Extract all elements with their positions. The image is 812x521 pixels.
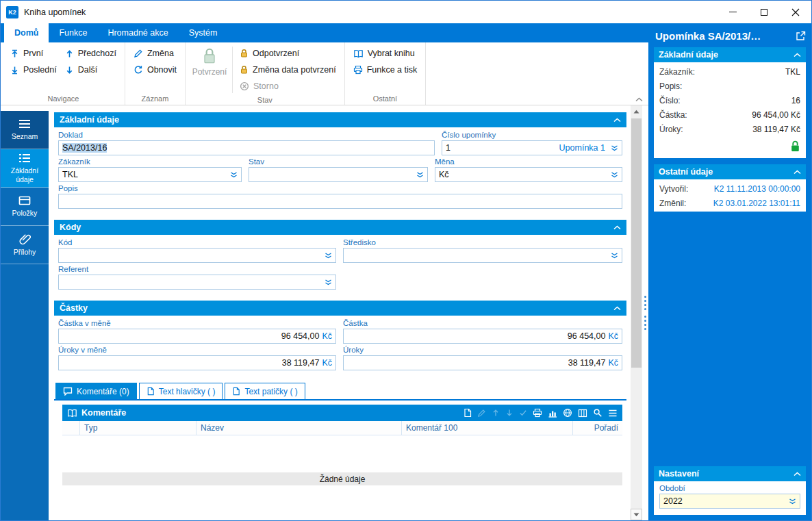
ribbon: První Poslední Předchozí <box>1 42 648 105</box>
ribbon-tab-strip: Domů Funkce Hromadné akce Systém <box>1 23 648 42</box>
column-header-blank[interactable] <box>62 421 80 435</box>
search-settings-icon[interactable] <box>593 408 602 418</box>
previous-record-button[interactable]: Předchozí <box>61 45 120 62</box>
refresh-button[interactable]: Obnovit <box>129 62 181 78</box>
confirm-check-icon[interactable] <box>519 409 527 417</box>
chart-icon[interactable] <box>548 409 557 418</box>
maximize-button[interactable] <box>748 1 780 23</box>
collapse-section-button[interactable] <box>613 225 621 230</box>
uroky-v-mene-input[interactable]: 38 119,47 Kč <box>58 355 336 370</box>
vertical-scrollbar[interactable] <box>631 105 642 520</box>
tab-komentare[interactable]: Komentáře (0) <box>55 383 137 399</box>
dropdown-chevrons-icon[interactable] <box>608 253 618 259</box>
field-label: Referent <box>58 265 336 273</box>
kod-input[interactable] <box>58 248 336 263</box>
button-label: Předchozí <box>78 49 116 58</box>
open-in-window-button[interactable] <box>796 31 806 41</box>
scrollbar-thumb[interactable] <box>631 118 642 368</box>
column-header-typ[interactable]: Typ <box>80 421 196 435</box>
last-record-button[interactable]: Poslední <box>6 62 61 78</box>
stredisko-input[interactable] <box>343 248 622 263</box>
dropdown-chevrons-icon[interactable] <box>414 172 424 178</box>
new-record-icon[interactable] <box>464 408 472 418</box>
print-icon[interactable] <box>533 408 542 418</box>
ribbon-group-zaznam: Změna Obnovit Záznam <box>125 42 186 105</box>
sidebar-item-prilohy[interactable]: Přílohy <box>1 226 49 264</box>
section-zakladni-udaje: Základní údaje Doklad SA/2013/16 <box>54 112 626 215</box>
sidebar-item-polozky[interactable]: Položky <box>1 188 49 226</box>
cislo-upominky-input[interactable]: 1 Upomínka 1 <box>442 140 622 155</box>
doklad-value: SA/2013/16 <box>62 143 107 153</box>
mena-input[interactable]: Kč <box>435 167 622 182</box>
castka-v-mene-input[interactable]: 96 454,00 Kč <box>58 329 336 344</box>
tab-text-paticky[interactable]: Text patičky ( ) <box>225 383 305 399</box>
functions-print-button[interactable]: Funkce a tisk <box>349 62 422 78</box>
ribbon-tab-domu[interactable]: Domů <box>4 23 49 42</box>
column-header-nazev[interactable]: Název <box>196 421 402 435</box>
collapse-card-button[interactable] <box>794 53 801 58</box>
section-castky: Částky Částka v měně 96 454,00 <box>54 301 626 377</box>
panel-splitter[interactable] <box>642 105 648 520</box>
collapse-section-button[interactable] <box>613 306 621 311</box>
web-globe-icon[interactable] <box>563 408 572 418</box>
ribbon-tab-funkce[interactable]: Funkce <box>49 23 97 42</box>
splitter-handle-icon <box>644 296 646 310</box>
collapse-section-button[interactable] <box>613 118 621 123</box>
field-cislo-upominky: Číslo upomínky 1 Upomínka 1 <box>442 129 622 155</box>
scroll-up-button[interactable] <box>631 105 642 117</box>
stav-input[interactable] <box>249 167 428 182</box>
amount-value: 38 119,47 <box>568 358 606 368</box>
move-down-icon[interactable] <box>505 409 513 417</box>
minimize-button[interactable] <box>717 1 748 23</box>
cancel-storno-button[interactable]: Storno <box>236 78 340 94</box>
doklad-input[interactable]: SA/2013/16 <box>58 140 435 155</box>
amount-value: 96 454,00 <box>281 331 320 341</box>
referent-input[interactable] <box>58 275 336 290</box>
next-record-button[interactable]: Další <box>61 62 120 78</box>
scroll-down-button[interactable] <box>631 509 642 520</box>
confirm-button[interactable]: Potvrzení <box>190 45 229 77</box>
preview-row: Částka: 96 454,00 Kč <box>654 107 806 122</box>
castka-input[interactable]: 96 454,00 Kč <box>343 329 622 344</box>
change-confirm-date-button[interactable]: Změna data potvrzení <box>236 62 340 78</box>
zakaznik-input[interactable]: TKL <box>58 167 242 182</box>
dropdown-chevrons-icon[interactable] <box>608 145 618 151</box>
columns-icon[interactable] <box>578 409 587 418</box>
row-label: Úroky: <box>659 125 683 134</box>
collapse-card-button[interactable] <box>794 472 801 476</box>
section-title: Základní údaje <box>60 115 119 125</box>
edit-button[interactable]: Změna <box>129 45 181 62</box>
ribbon-tab-system[interactable]: Systém <box>179 23 228 42</box>
collapse-card-button[interactable] <box>794 170 801 175</box>
first-record-button[interactable]: První <box>6 45 61 62</box>
select-book-button[interactable]: Vybrat knihu <box>349 45 422 62</box>
no-data-banner: Žádné údaje <box>62 472 622 485</box>
row-label: Číslo: <box>659 96 681 105</box>
dropdown-chevrons-icon[interactable] <box>227 172 238 178</box>
unconfirm-button[interactable]: Odpotvrzení <box>236 45 340 62</box>
sidebar-item-seznam[interactable]: Seznam <box>1 111 49 149</box>
field-popis: Popis <box>58 182 622 209</box>
dropdown-chevrons-icon[interactable] <box>608 172 618 178</box>
ribbon-tab-hromadne-akce[interactable]: Hromadné akce <box>97 23 178 42</box>
period-input[interactable]: 2022 <box>659 494 800 509</box>
document-icon <box>147 387 155 396</box>
grid-menu-icon[interactable] <box>608 409 618 417</box>
green-lock-icon <box>790 140 800 153</box>
column-header-poradi[interactable]: Pořadí <box>573 421 622 435</box>
edit-record-icon[interactable] <box>477 409 486 418</box>
popis-input[interactable] <box>58 194 622 209</box>
dropdown-chevrons-icon[interactable] <box>789 498 796 505</box>
uroky-input[interactable]: 38 119,47 Kč <box>343 355 622 370</box>
move-up-icon[interactable] <box>492 409 500 417</box>
card-header: Ostatní údaje <box>654 164 806 179</box>
dropdown-chevrons-icon[interactable] <box>322 279 332 285</box>
dropdown-chevrons-icon[interactable] <box>322 253 332 259</box>
column-header-komentar[interactable]: Komentář 100 <box>402 421 573 435</box>
tab-text-hlavicky[interactable]: Text hlavičky ( ) <box>139 383 223 399</box>
collapse-ribbon-button[interactable] <box>635 97 643 102</box>
sidebar-item-label: Přílohy <box>14 248 36 256</box>
sidebar-item-zakladni-udaje[interactable]: Základní údaje <box>1 149 49 188</box>
arrow-up-to-bar-icon <box>10 49 19 58</box>
close-button[interactable] <box>780 1 811 23</box>
